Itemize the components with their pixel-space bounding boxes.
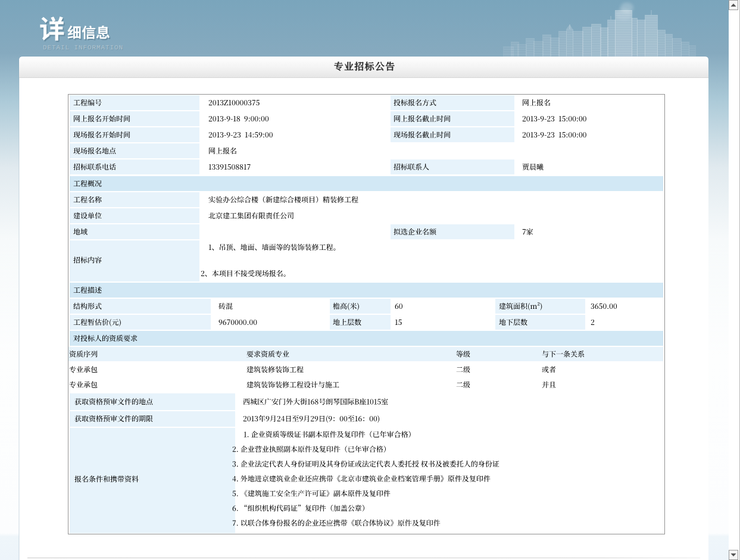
svg-text:DETAIL INFORMATION: DETAIL INFORMATION — [43, 44, 123, 51]
